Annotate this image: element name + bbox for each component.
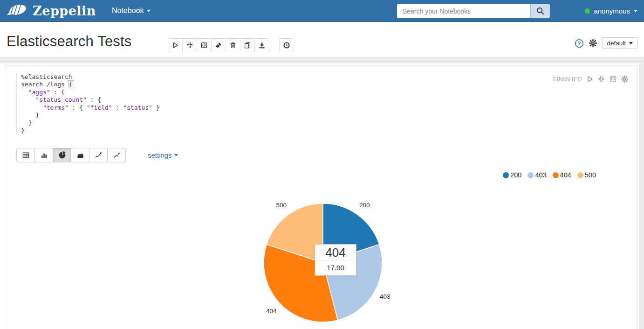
legend-label: 500	[585, 171, 596, 179]
paragraph-status: FINISHED	[553, 76, 582, 83]
notebook-menu-label: Notebook	[112, 7, 144, 15]
code-line: "aggs" : {	[21, 89, 159, 96]
chart-type-bar-button[interactable]	[34, 148, 53, 162]
chart-type-scatter-button[interactable]	[107, 148, 126, 162]
legend-label: 200	[510, 171, 521, 179]
legend-label: 403	[535, 171, 546, 179]
code-line: "terms" : { "field" : "status" }	[21, 104, 159, 112]
user-status-dot	[585, 8, 590, 14]
chevron-down-icon	[147, 10, 151, 12]
code-editor[interactable]: %elasticsearchsearch /logs { "aggs" : { …	[16, 73, 159, 134]
bar-chart-icon	[40, 151, 48, 159]
scatter-chart-icon	[113, 151, 121, 159]
chevron-down-icon	[174, 154, 178, 156]
clone-button[interactable]	[240, 38, 255, 52]
legend-label: 404	[560, 171, 571, 179]
notebook-search	[397, 4, 550, 18]
compress-button[interactable]	[182, 38, 197, 52]
chart-type-area-button[interactable]	[71, 148, 89, 162]
interpreter-binding-label: default	[607, 40, 626, 47]
paragraph-play-icon[interactable]	[586, 75, 594, 83]
note-header: Elasticsearch Tests ? default	[0, 22, 644, 57]
pie-label-500: 500	[276, 202, 287, 209]
pie-chart-icon	[58, 151, 66, 159]
legend-swatch	[553, 172, 559, 178]
chart-type-line-button[interactable]	[89, 148, 108, 162]
legend-item-404[interactable]: 404	[553, 171, 571, 179]
clone-icon	[244, 42, 251, 49]
trash-button[interactable]	[226, 38, 240, 52]
download-button[interactable]	[254, 38, 269, 52]
chart-type-table-button[interactable]	[16, 148, 35, 162]
header-divider	[0, 57, 644, 63]
code-line: "status_count" : {	[21, 96, 159, 104]
paragraph-card: %elasticsearchsearch /logs { "aggs" : { …	[5, 65, 637, 329]
code-line: search /logs {	[21, 81, 159, 88]
chart-type-toolbar	[16, 148, 126, 162]
book-button[interactable]	[197, 38, 212, 52]
top-navbar: Zeppelin Notebook anonymous	[0, 0, 644, 22]
chart-tooltip: 404 17.00	[315, 244, 356, 276]
chart-settings-link[interactable]: settings	[148, 151, 178, 159]
compress-icon	[186, 42, 193, 49]
book-icon	[200, 42, 208, 49]
paragraph-gear-icon[interactable]	[621, 75, 629, 83]
legend-item-200[interactable]: 200	[503, 171, 521, 179]
play-button[interactable]	[168, 38, 183, 52]
legend-swatch	[503, 172, 509, 178]
chevron-down-icon	[634, 10, 637, 12]
note-title[interactable]: Elasticsearch Tests	[7, 33, 132, 50]
code-line: }	[21, 119, 159, 126]
pie-label-404: 404	[266, 308, 277, 315]
search-input[interactable]	[397, 4, 530, 18]
search-button[interactable]	[530, 4, 550, 18]
brand-name: Zeppelin	[33, 4, 96, 18]
paragraph-controls: FINISHED	[553, 75, 629, 83]
scrollbar-track[interactable]	[639, 63, 644, 329]
pie-label-403: 403	[380, 293, 391, 300]
area-chart-icon	[76, 151, 84, 159]
pie-label-200: 200	[359, 202, 370, 209]
zeppelin-brand[interactable]: Zeppelin	[6, 3, 96, 18]
legend-swatch	[528, 172, 534, 178]
gear-icon[interactable]	[589, 39, 597, 48]
chevron-down-icon	[629, 42, 633, 44]
svg-text:?: ?	[578, 41, 581, 46]
eraser-button[interactable]	[211, 38, 226, 52]
legend-swatch	[577, 172, 583, 178]
note-header-right: ? default	[575, 37, 637, 49]
eraser-icon	[215, 42, 222, 49]
interpreter-binding-button[interactable]: default	[602, 37, 637, 49]
chart-legend: 200403404500	[503, 171, 596, 179]
notebook-menu[interactable]: Notebook	[112, 7, 151, 15]
help-icon[interactable]: ?	[575, 39, 584, 48]
trash-icon	[229, 42, 237, 49]
download-icon	[258, 42, 266, 49]
user-name: anonymous	[594, 7, 630, 15]
tooltip-title: 404	[315, 245, 356, 261]
paragraph-control-icons	[586, 75, 629, 83]
code-line: }	[21, 127, 159, 134]
line-chart-icon	[95, 151, 103, 159]
play-icon	[171, 42, 179, 49]
code-line: %elasticsearch	[21, 73, 159, 81]
search-icon	[536, 7, 545, 15]
tooltip-value: 17.00	[315, 261, 356, 275]
clock-icon	[283, 42, 290, 49]
scheduler-button[interactable]	[279, 38, 294, 52]
table-icon	[22, 151, 30, 159]
legend-item-500[interactable]: 500	[577, 171, 596, 179]
chart-type-pie-button[interactable]	[53, 148, 71, 162]
chart-settings-label: settings	[148, 151, 172, 159]
paragraph-book-icon[interactable]	[609, 75, 617, 83]
user-menu[interactable]: anonymous	[585, 0, 637, 22]
note-toolbar	[168, 38, 269, 52]
legend-item-403[interactable]: 403	[528, 171, 546, 179]
code-line: }	[21, 112, 159, 119]
zeppelin-logo-icon	[6, 3, 30, 18]
paragraph-compress-icon[interactable]	[597, 75, 605, 83]
